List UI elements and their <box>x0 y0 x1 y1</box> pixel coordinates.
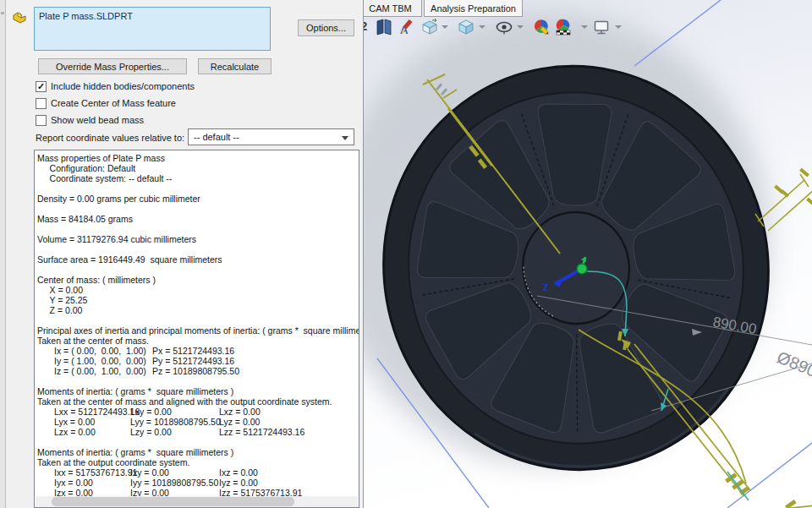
checkbox-include-hidden[interactable]: ✓ Include hidden bodies/components <box>36 80 195 92</box>
inertia-row: Lzx = 0.00Lzy = 0.00Lzz = 5121724493.16 <box>37 427 359 437</box>
report-line: Coordinate system: -- default -- <box>37 173 359 183</box>
dynamic-annotation-icon[interactable]: A <box>396 18 414 36</box>
report-line: Configuration: Default <box>37 163 359 173</box>
principal-axis-row: Ix = ( 0.00, 0.00, 1.00)Px = 5121724493.… <box>37 346 359 356</box>
section-view-icon[interactable] <box>420 18 439 36</box>
report-line: Surface area = 1916449.49 square millime… <box>37 254 359 265</box>
report-line: Principal axes of inertia and principal … <box>37 325 359 336</box>
checkbox-check-icon: ✓ <box>36 81 47 92</box>
report-line: Taken at the output coordinate system. <box>37 457 359 467</box>
report-line <box>37 315 359 325</box>
report-line <box>37 224 359 234</box>
principal-axis-row: Iy = ( 1.00, 0.00, 0.00)Py = 5121724493.… <box>37 356 359 366</box>
report-line: Y = 25.25 <box>37 295 359 305</box>
report-line: Z = 0.00 <box>37 305 359 315</box>
edit-appearance-icon[interactable] <box>533 18 551 36</box>
report-line <box>37 265 359 275</box>
report-line: Mass properties of Plate P mass <box>37 153 359 163</box>
report-line <box>37 183 359 194</box>
report-line <box>37 244 359 254</box>
report-line <box>37 376 359 386</box>
tab-cam-tbm[interactable]: CAM TBM <box>359 0 422 17</box>
report-line: Center of mass: ( millimeters ) <box>37 275 359 285</box>
report-line: Taken at the center of mass and aligned … <box>37 396 359 407</box>
apply-scene-dropdown[interactable] <box>581 25 588 29</box>
horizontal-scrollbar[interactable] <box>36 496 358 507</box>
scrollbar-thumb[interactable] <box>52 497 294 506</box>
hide-show-items-icon[interactable] <box>495 18 513 36</box>
coordinate-system-dropdown[interactable]: -- default -- <box>188 128 354 145</box>
inertia-row: Lyx = 0.00Lyy = 10189808795.50Lyz = 0.00 <box>37 417 359 427</box>
principal-axis-row: Iz = ( 0.00, 1.00, 0.00)Pz = 10189808795… <box>37 366 359 376</box>
previous-view-icon[interactable] <box>375 18 393 36</box>
hide-show-dropdown[interactable] <box>517 25 524 29</box>
checkbox-weld-bead[interactable]: Show weld bead mass <box>36 114 144 126</box>
checkbox-create-com[interactable]: Create Center of Mass feature <box>36 97 176 109</box>
report-coordinate-label: Report coordinate values relative to: <box>36 133 184 143</box>
com-marker <box>577 264 587 274</box>
report-line: X = 0.00 <box>37 285 359 295</box>
section-view-dropdown[interactable] <box>442 25 448 29</box>
checkbox-check-icon <box>36 115 47 126</box>
tab-analysis-preparation[interactable]: Analysis Preparation <box>424 0 523 17</box>
inertia-row: Ixx = 5175376713.91Ixy = 0.00Ixz = 0.00 <box>37 467 359 478</box>
report-line <box>37 204 359 214</box>
selected-document-field[interactable]: Plate P mass.SLDPRT <box>34 7 271 51</box>
view-orientation-icon[interactable] <box>457 18 475 36</box>
options-button[interactable]: Options... <box>298 19 354 36</box>
chevron-down-icon <box>342 136 348 140</box>
recalculate-button[interactable]: Recalculate <box>198 58 272 74</box>
inertia-row: Iyx = 0.00Iyy = 10189808795.50Iyz = 0.00 <box>37 478 359 488</box>
part-document-icon <box>10 8 29 26</box>
graphics-viewport[interactable]: 89.45 <box>364 0 812 508</box>
report-line: Density = 0.00 grams per cubic millimete… <box>37 194 359 204</box>
mass-properties-dialog: Plate P mass.SLDPRT Options... Override … <box>6 0 364 508</box>
view-settings-dropdown[interactable] <box>615 25 622 29</box>
report-line: Moments of inertia: ( grams * square mil… <box>37 386 359 396</box>
mass-properties-report: Mass properties of Plate P mass Configur… <box>34 150 359 508</box>
axis-z-label: Z <box>543 283 548 292</box>
apply-scene-icon[interactable] <box>554 18 573 36</box>
override-mass-properties-button[interactable]: Override Mass Properties... <box>38 58 187 74</box>
view-orientation-dropdown[interactable] <box>479 25 486 29</box>
report-line <box>37 437 359 447</box>
report-line: Volume = 31179276.94 cubic millimeters <box>37 234 359 244</box>
checkbox-check-icon <box>36 98 47 109</box>
panel-edge-strip <box>0 0 6 508</box>
view-settings-icon[interactable] <box>592 18 611 36</box>
report-line: Moments of inertia: ( grams * square mil… <box>37 447 359 457</box>
report-line: Mass = 84184.05 grams <box>37 214 359 224</box>
inertia-row: Lxx = 5121724493.16Lxy = 0.00Lxz = 0.00 <box>37 407 359 417</box>
report-line: Taken at the center of mass. <box>37 336 359 346</box>
